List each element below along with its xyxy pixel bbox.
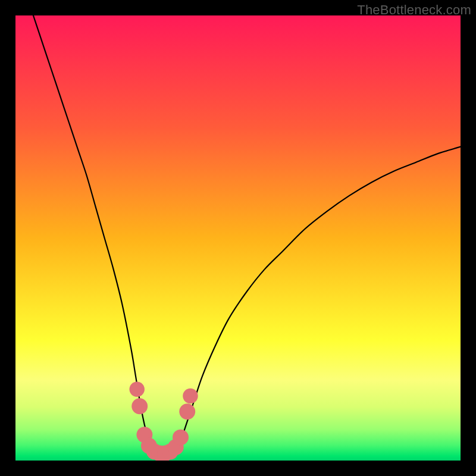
curve-marker <box>129 382 144 397</box>
curve-marker <box>173 430 189 446</box>
curve-marker <box>131 398 148 414</box>
watermark-text: TheBottleneck.com <box>357 2 471 18</box>
curve-marker <box>179 403 195 419</box>
curve-marker <box>183 389 198 403</box>
plot-area <box>15 15 461 461</box>
gradient-background <box>15 15 461 461</box>
bottleneck-chart <box>15 15 461 461</box>
chart-frame: TheBottleneck.com <box>0 0 476 476</box>
